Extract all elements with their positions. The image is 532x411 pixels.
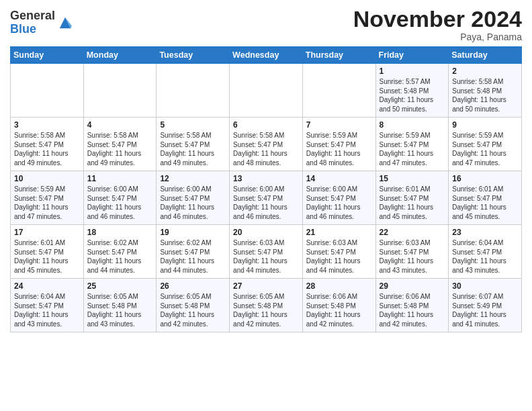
- day-detail: Sunrise: 6:01 AM Sunset: 5:47 PM Dayligh…: [380, 185, 445, 221]
- day-detail: Sunrise: 5:57 AM Sunset: 5:48 PM Dayligh…: [380, 77, 445, 113]
- day-detail: Sunrise: 6:01 AM Sunset: 5:47 PM Dayligh…: [14, 238, 80, 275]
- logo: General Blue: [10, 9, 73, 36]
- weekday-header-thursday: Thursday: [302, 47, 375, 64]
- calendar-cell: 18Sunrise: 6:02 AM Sunset: 5:47 PM Dayli…: [83, 225, 157, 279]
- day-number: 10: [14, 174, 80, 183]
- day-detail: Sunrise: 6:02 AM Sunset: 5:47 PM Dayligh…: [87, 238, 153, 275]
- location: Paya, Panama: [353, 32, 522, 42]
- weekday-header-friday: Friday: [375, 47, 449, 64]
- day-number: 20: [233, 228, 299, 237]
- calendar-cell: 28Sunrise: 6:06 AM Sunset: 5:48 PM Dayli…: [302, 279, 375, 332]
- day-number: 4: [87, 120, 153, 130]
- day-detail: Sunrise: 6:05 AM Sunset: 5:48 PM Dayligh…: [87, 292, 153, 328]
- calendar-cell: 10Sunrise: 5:59 AM Sunset: 5:47 PM Dayli…: [11, 171, 84, 225]
- calendar-cell: 17Sunrise: 6:01 AM Sunset: 5:47 PM Dayli…: [11, 225, 84, 279]
- day-number: 21: [306, 228, 372, 237]
- calendar-cell: [83, 64, 157, 118]
- day-number: 6: [233, 120, 299, 130]
- day-detail: Sunrise: 6:05 AM Sunset: 5:48 PM Dayligh…: [233, 292, 299, 328]
- day-number: 13: [233, 174, 299, 183]
- month-title: November 2024: [353, 7, 522, 32]
- weekday-header-saturday: Saturday: [449, 47, 522, 64]
- day-detail: Sunrise: 5:58 AM Sunset: 5:47 PM Dayligh…: [160, 131, 226, 167]
- calendar-cell: 22Sunrise: 6:03 AM Sunset: 5:47 PM Dayli…: [375, 225, 449, 279]
- calendar-table: SundayMondayTuesdayWednesdayThursdayFrid…: [10, 46, 522, 332]
- day-detail: Sunrise: 6:00 AM Sunset: 5:47 PM Dayligh…: [160, 185, 226, 221]
- calendar-cell: 4Sunrise: 5:58 AM Sunset: 5:47 PM Daylig…: [83, 118, 157, 171]
- page-header: General Blue November 2024 Paya, Panama: [10, 7, 522, 42]
- day-number: 16: [452, 174, 518, 183]
- day-detail: Sunrise: 5:58 AM Sunset: 5:47 PM Dayligh…: [233, 131, 299, 167]
- day-detail: Sunrise: 6:00 AM Sunset: 5:47 PM Dayligh…: [87, 185, 153, 221]
- calendar-cell: [302, 64, 375, 118]
- calendar-cell: 9Sunrise: 5:59 AM Sunset: 5:47 PM Daylig…: [449, 118, 522, 171]
- day-number: 15: [380, 174, 445, 183]
- calendar-cell: 30Sunrise: 6:07 AM Sunset: 5:49 PM Dayli…: [449, 279, 522, 332]
- day-number: 23: [452, 228, 518, 237]
- weekday-header-tuesday: Tuesday: [157, 47, 230, 64]
- calendar-cell: 8Sunrise: 5:59 AM Sunset: 5:47 PM Daylig…: [375, 118, 449, 171]
- day-detail: Sunrise: 6:06 AM Sunset: 5:48 PM Dayligh…: [380, 292, 445, 328]
- day-detail: Sunrise: 6:03 AM Sunset: 5:47 PM Dayligh…: [380, 238, 445, 275]
- day-number: 8: [380, 120, 445, 130]
- logo-blue: Blue: [10, 22, 36, 36]
- calendar-cell: 11Sunrise: 6:00 AM Sunset: 5:47 PM Dayli…: [83, 171, 157, 225]
- calendar-cell: 5Sunrise: 5:58 AM Sunset: 5:47 PM Daylig…: [157, 118, 230, 171]
- day-number: 18: [87, 228, 153, 237]
- day-detail: Sunrise: 5:59 AM Sunset: 5:47 PM Dayligh…: [380, 131, 445, 167]
- calendar-cell: 1Sunrise: 5:57 AM Sunset: 5:48 PM Daylig…: [375, 64, 449, 118]
- day-detail: Sunrise: 6:01 AM Sunset: 5:47 PM Dayligh…: [452, 185, 518, 221]
- day-number: 17: [14, 228, 80, 237]
- day-number: 27: [233, 281, 299, 291]
- day-number: 7: [306, 120, 372, 130]
- day-number: 2: [452, 66, 518, 76]
- day-number: 30: [452, 281, 518, 291]
- day-detail: Sunrise: 6:04 AM Sunset: 5:47 PM Dayligh…: [452, 238, 518, 275]
- day-number: 25: [87, 281, 153, 291]
- day-number: 22: [380, 228, 445, 237]
- day-number: 3: [14, 120, 80, 130]
- day-number: 9: [452, 120, 518, 130]
- day-detail: Sunrise: 5:59 AM Sunset: 5:47 PM Dayligh…: [306, 131, 372, 167]
- calendar-cell: 23Sunrise: 6:04 AM Sunset: 5:47 PM Dayli…: [449, 225, 522, 279]
- calendar-cell: 15Sunrise: 6:01 AM Sunset: 5:47 PM Dayli…: [375, 171, 449, 225]
- calendar-cell: 25Sunrise: 6:05 AM Sunset: 5:48 PM Dayli…: [83, 279, 157, 332]
- day-detail: Sunrise: 5:59 AM Sunset: 5:47 PM Dayligh…: [14, 185, 80, 221]
- day-number: 12: [160, 174, 226, 183]
- day-number: 26: [160, 281, 226, 291]
- day-detail: Sunrise: 6:00 AM Sunset: 5:47 PM Dayligh…: [306, 185, 372, 221]
- title-block: November 2024 Paya, Panama: [353, 7, 522, 42]
- day-number: 28: [306, 281, 372, 291]
- calendar-cell: [157, 64, 230, 118]
- calendar-cell: 7Sunrise: 5:59 AM Sunset: 5:47 PM Daylig…: [302, 118, 375, 171]
- calendar-cell: 24Sunrise: 6:04 AM Sunset: 5:47 PM Dayli…: [11, 279, 84, 332]
- calendar-cell: 3Sunrise: 5:58 AM Sunset: 5:47 PM Daylig…: [11, 118, 84, 171]
- calendar-cell: 20Sunrise: 6:03 AM Sunset: 5:47 PM Dayli…: [230, 225, 303, 279]
- logo-general: General: [10, 9, 55, 22]
- day-detail: Sunrise: 6:02 AM Sunset: 5:47 PM Dayligh…: [160, 238, 226, 275]
- day-detail: Sunrise: 6:05 AM Sunset: 5:48 PM Dayligh…: [160, 292, 226, 328]
- day-detail: Sunrise: 5:59 AM Sunset: 5:47 PM Dayligh…: [452, 131, 518, 167]
- day-number: 19: [160, 228, 226, 237]
- day-number: 5: [160, 120, 226, 130]
- day-detail: Sunrise: 5:58 AM Sunset: 5:47 PM Dayligh…: [87, 131, 153, 167]
- day-detail: Sunrise: 5:58 AM Sunset: 5:48 PM Dayligh…: [452, 77, 518, 113]
- day-detail: Sunrise: 6:04 AM Sunset: 5:47 PM Dayligh…: [14, 292, 80, 328]
- day-detail: Sunrise: 6:03 AM Sunset: 5:47 PM Dayligh…: [306, 238, 372, 275]
- day-detail: Sunrise: 6:06 AM Sunset: 5:48 PM Dayligh…: [306, 292, 372, 328]
- calendar-cell: 27Sunrise: 6:05 AM Sunset: 5:48 PM Dayli…: [230, 279, 303, 332]
- calendar-cell: 12Sunrise: 6:00 AM Sunset: 5:47 PM Dayli…: [157, 171, 230, 225]
- calendar-cell: [11, 64, 84, 118]
- logo-icon: [58, 15, 73, 30]
- calendar-cell: 29Sunrise: 6:06 AM Sunset: 5:48 PM Dayli…: [375, 279, 449, 332]
- day-detail: Sunrise: 6:03 AM Sunset: 5:47 PM Dayligh…: [233, 238, 299, 275]
- day-number: 1: [380, 66, 445, 76]
- day-detail: Sunrise: 6:00 AM Sunset: 5:47 PM Dayligh…: [233, 185, 299, 221]
- calendar-cell: 19Sunrise: 6:02 AM Sunset: 5:47 PM Dayli…: [157, 225, 230, 279]
- calendar-cell: 14Sunrise: 6:00 AM Sunset: 5:47 PM Dayli…: [302, 171, 375, 225]
- calendar-cell: 2Sunrise: 5:58 AM Sunset: 5:48 PM Daylig…: [449, 64, 522, 118]
- day-number: 24: [14, 281, 80, 291]
- weekday-header-monday: Monday: [83, 47, 157, 64]
- day-detail: Sunrise: 5:58 AM Sunset: 5:47 PM Dayligh…: [14, 131, 80, 167]
- calendar-cell: 26Sunrise: 6:05 AM Sunset: 5:48 PM Dayli…: [157, 279, 230, 332]
